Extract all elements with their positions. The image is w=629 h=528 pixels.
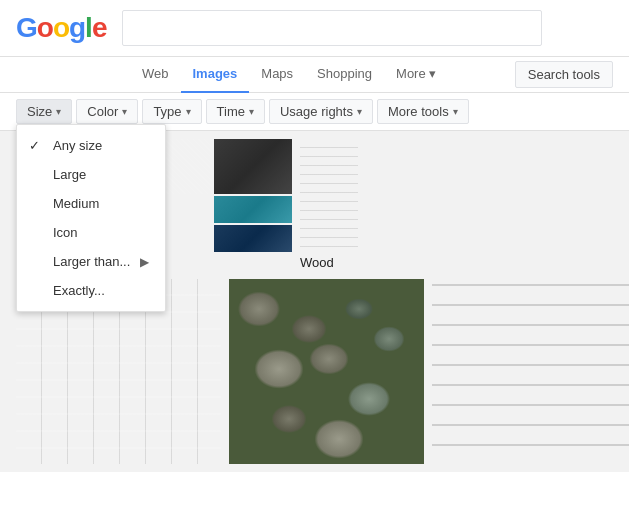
header: Google free seamless textures: [0, 0, 629, 57]
fabric-color-row: [214, 196, 292, 223]
color-filter-button[interactable]: Color ▾: [76, 99, 138, 124]
nav-item-maps[interactable]: Maps: [249, 57, 305, 93]
search-input[interactable]: free seamless textures: [122, 10, 542, 46]
chevron-down-icon: ▾: [122, 106, 127, 117]
nav-item-shopping[interactable]: Shopping: [305, 57, 384, 93]
fabric-dark-thumbnail: [214, 139, 292, 194]
fabric-navy-thumbnail: [214, 225, 292, 252]
nav-item-images[interactable]: Images: [181, 57, 250, 93]
chevron-down-icon: ▾: [186, 106, 191, 117]
size-option-large[interactable]: Large: [17, 160, 165, 189]
fabric-teal-thumbnail: [214, 196, 292, 223]
chevron-down-icon: ▾: [357, 106, 362, 117]
size-filter-wrapper: Size ▾ Any size Large Medium Icon Larger…: [16, 99, 72, 124]
usage-rights-filter-button[interactable]: Usage rights ▾: [269, 99, 373, 124]
nav-item-more[interactable]: More ▾: [384, 57, 448, 93]
time-filter-button[interactable]: Time ▾: [206, 99, 265, 124]
wood-thumbnail: [300, 139, 358, 251]
image-card-pebbles[interactable]: [229, 279, 424, 464]
google-logo: Google: [16, 12, 106, 44]
size-option-exactly[interactable]: Exactly...: [17, 276, 165, 305]
filter-bar: Size ▾ Any size Large Medium Icon Larger…: [0, 93, 629, 131]
more-tools-filter-button[interactable]: More tools ▾: [377, 99, 469, 124]
wood-label: Wood: [300, 255, 358, 270]
pebbles-thumbnail: [229, 279, 424, 464]
image-card-wood[interactable]: Wood: [300, 139, 358, 270]
submenu-arrow-icon: ▶: [140, 255, 149, 269]
chevron-down-icon: ▾: [249, 106, 254, 117]
size-option-medium[interactable]: Medium: [17, 189, 165, 218]
image-card-wood-planks[interactable]: [432, 279, 629, 464]
chevron-down-icon: ▾: [429, 66, 436, 81]
size-dropdown: Any size Large Medium Icon Larger than..…: [16, 124, 166, 312]
size-option-icon[interactable]: Icon: [17, 218, 165, 247]
size-filter-button[interactable]: Size ▾: [16, 99, 72, 124]
nav-bar: Web Images Maps Shopping More ▾ Search t…: [0, 57, 629, 93]
chevron-down-icon: ▾: [56, 106, 61, 117]
chevron-down-icon: ▾: [453, 106, 458, 117]
nav-item-web[interactable]: Web: [130, 57, 181, 93]
size-option-larger-than[interactable]: Larger than... ▶: [17, 247, 165, 276]
search-tools-button[interactable]: Search tools: [515, 61, 613, 88]
wood-planks-thumbnail: [432, 279, 629, 464]
size-option-any[interactable]: Any size: [17, 131, 165, 160]
type-filter-button[interactable]: Type ▾: [142, 99, 201, 124]
